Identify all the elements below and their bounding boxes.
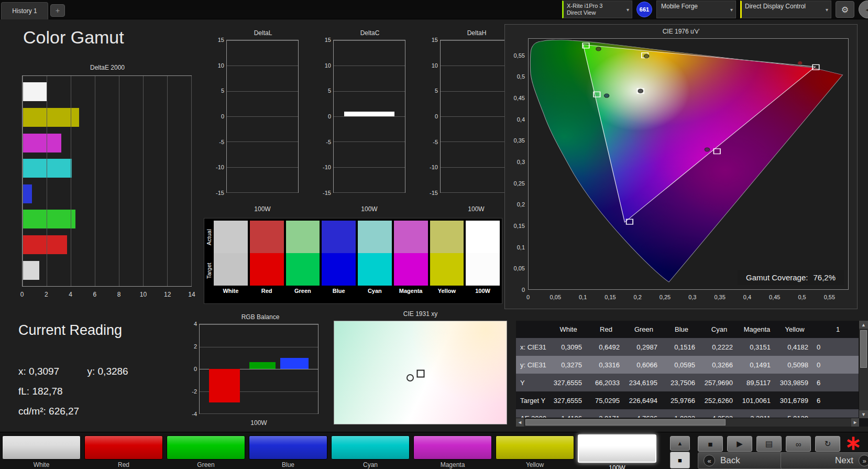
meter-name: X-Rite i1Pro 3	[567, 3, 602, 9]
chart-title: DeltaL	[227, 29, 299, 37]
transport-read-button[interactable]: ▤	[756, 436, 782, 452]
table-row[interactable]: y: CIE310,32750,33160,60660,05950,32660,…	[516, 356, 859, 374]
transport-continuous-button[interactable]: ∞	[786, 436, 811, 452]
y-value: 0,3286	[98, 366, 128, 377]
patch-color	[167, 435, 245, 460]
chart-title: DeltaC	[334, 29, 405, 37]
patch-button-cyan[interactable]: Cyan	[331, 435, 410, 469]
table-row[interactable]: Y327,655566,2033234,619523,7506257,96908…	[516, 374, 859, 391]
axis-tick-label: 0,05	[550, 294, 561, 300]
axis-tick-label: 0,25	[514, 180, 525, 187]
column-header-white: White	[550, 325, 587, 333]
table-row[interactable]: ΔE 20001,41062,01714,76361,08224,25833,2…	[516, 409, 859, 418]
gamut-coverage-value: 76,2%	[813, 273, 836, 282]
transport-play-button[interactable]: ▶	[727, 436, 752, 452]
swatch-label: Green	[286, 288, 320, 294]
vscroll-thumb[interactable]	[860, 330, 867, 368]
hscroll-thumb[interactable]	[525, 419, 726, 426]
scroll-down-icon[interactable]: ▼	[859, 410, 868, 418]
axis-tick-label: 0,55	[824, 294, 835, 300]
scroll-right-icon[interactable]: ►	[851, 418, 859, 427]
swatch-label: 100W	[466, 288, 500, 294]
gridline	[441, 167, 512, 168]
scroll-left-icon[interactable]: ◄	[516, 418, 524, 427]
patch-button-white[interactable]: White	[2, 435, 81, 469]
patch-button-green[interactable]: Green	[167, 435, 245, 469]
axis-tick-label: -15	[323, 190, 331, 196]
next-label: Next	[835, 455, 853, 466]
chart-title: RGB Balance	[199, 313, 322, 321]
measured-marker-magenta	[705, 148, 709, 151]
table-row[interactable]: Target Y327,655575,0295226,649425,976625…	[516, 391, 859, 409]
collapse-button[interactable]: ◂	[859, 1, 868, 18]
source-dropdown[interactable]: Mobile Forge ▾	[656, 1, 736, 18]
horizontal-scrollbar[interactable]: ◄ ►	[516, 418, 859, 427]
patch-button-red[interactable]: Red	[84, 435, 163, 469]
patch-label: Blue	[249, 461, 327, 468]
column-header-1: 1	[814, 325, 859, 333]
table-cell: 0,3266	[700, 361, 738, 369]
table-cell: 6	[814, 397, 859, 405]
axis-tick-label: 0,35	[514, 137, 525, 144]
top-right-controls: X-Rite i1Pro 3 Direct View ▾ 661 Mobile …	[562, 0, 868, 19]
add-tab-button[interactable]: +	[50, 4, 65, 17]
rgb-bar-green	[249, 362, 276, 369]
cie-uv-diagram-panel: CIE 1976 u'v'	[504, 24, 858, 309]
axis-tick-label: 0	[194, 366, 197, 372]
display-control-dropdown[interactable]: Direct Display Control ▾	[740, 1, 831, 18]
chevron-down-icon: ▾	[826, 7, 828, 13]
patch-button-magenta[interactable]: Magenta	[413, 435, 492, 469]
close-asterisk-button[interactable]: ∗	[842, 433, 864, 452]
y-axis: 420-2-4	[184, 324, 198, 414]
axis-tick-label: 0,55	[514, 52, 525, 59]
axis-tick-label: 0,1	[517, 244, 525, 250]
patch-button-yellow[interactable]: Yellow	[496, 435, 574, 469]
axis-tick-label: 0,1	[579, 294, 587, 300]
transport-stop-button[interactable]: ■	[698, 436, 723, 452]
settings-button[interactable]: ⚙	[836, 1, 854, 18]
gridline	[441, 66, 512, 66]
patch-label: Yellow	[496, 461, 574, 468]
chevron-down-icon: ▾	[627, 7, 629, 13]
pattern-window-button[interactable]: ■	[670, 452, 690, 468]
scroll-up-icon[interactable]: ▲	[859, 321, 868, 329]
table-cell: 0,3275	[550, 361, 587, 369]
target-swatch	[358, 253, 392, 286]
axis-tick-label: -5	[326, 139, 331, 145]
patch-buttons: WhiteRedGreenBlueCyanMagentaYellow100W	[2, 435, 656, 469]
patch-label: Cyan	[331, 461, 410, 468]
back-button[interactable]: « Back	[698, 452, 789, 469]
patch-toolbar: WhiteRedGreenBlueCyanMagentaYellow100W ▲…	[0, 432, 868, 469]
current-reading-cd: cd/m²: 626,27	[18, 406, 79, 417]
patch-button-100w[interactable]: 100W	[578, 435, 656, 469]
axis-tick-label: 0,4	[517, 116, 525, 123]
actual-swatch	[358, 221, 392, 253]
axis-tick-label: 0,25	[660, 294, 671, 300]
gridline	[441, 141, 512, 142]
vertical-scrollbar[interactable]: ▲ ▼	[859, 321, 868, 418]
tab-history-1[interactable]: History 1	[1, 2, 48, 19]
expand-up-button[interactable]: ▲	[670, 436, 690, 451]
table-cell: 0,3095	[550, 343, 587, 351]
target-row-label: Target	[205, 255, 213, 287]
deltae-bar-white	[23, 261, 39, 280]
meter-dropdown[interactable]: X-Rite i1Pro 3 Direct View ▾	[562, 1, 632, 18]
gridline	[227, 167, 298, 168]
table-cell: 0,1516	[663, 343, 700, 351]
patch-label: White	[2, 461, 81, 468]
cd-label: cd/m²:	[18, 406, 46, 417]
next-button[interactable]: Next »	[781, 452, 868, 469]
transport-loop-button[interactable]: ↻	[815, 436, 840, 452]
axis-tick-label: 0,3	[517, 159, 525, 165]
axis-tick-label: 15	[432, 37, 438, 43]
table-row[interactable]: x: CIE310,30950,64920,29870,15160,22220,…	[516, 338, 859, 356]
patch-label: Magenta	[413, 461, 492, 468]
axis-tick-label: 0,45	[769, 294, 780, 300]
page-title: Color Gamut	[23, 27, 124, 48]
axis-tick-label: -2	[192, 388, 197, 395]
patch-button-blue[interactable]: Blue	[249, 435, 327, 469]
swatch-column-green: Green	[286, 221, 320, 302]
table-cell: 23,7506	[663, 379, 700, 387]
delta-chart-deltah: DeltaH151050-5-10-15100W	[425, 29, 512, 214]
gamut-coverage-label: Gamut Coverage:	[746, 273, 808, 282]
